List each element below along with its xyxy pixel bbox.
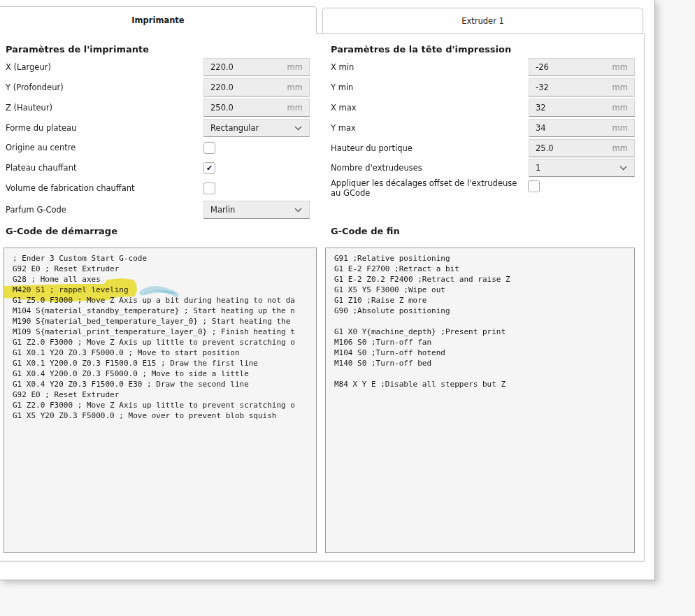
row-z-height: Z (Hauteur) 250.0 mm <box>6 99 310 117</box>
row-x-min: X min -26 mm <box>331 58 635 76</box>
x-max-label: X max <box>331 103 529 113</box>
row-x-max: X max 32 mm <box>331 99 635 117</box>
y-max-unit: mm <box>612 123 634 133</box>
row-y-max: Y max 34 mm <box>331 119 635 137</box>
y-min-unit: mm <box>612 83 634 92</box>
bed-shape-value: Rectangular <box>204 123 294 133</box>
gcode-flavor-value: Marlin <box>204 205 294 215</box>
tab-pane-right-border <box>644 33 645 561</box>
apply-offsets-label: Appliquer les décalages offset de l'extr… <box>331 177 528 198</box>
x-width-value: 220.0 <box>204 62 287 72</box>
bed-shape-select[interactable]: Rectangular <box>203 119 310 137</box>
gantry-height-label: Hauteur du portique <box>331 144 529 153</box>
x-min-label: X min <box>331 63 529 72</box>
heated-volume-label: Volume de fabrication chauffant <box>6 184 203 193</box>
gcode-flavor-label: Parfum G-Code <box>6 206 203 215</box>
row-x-width: X (Largeur) 220.0 mm <box>6 58 310 76</box>
tab-pane-bottom-border <box>0 561 644 561</box>
chevron-down-icon <box>619 166 634 171</box>
tab-imprimante[interactable]: Imprimante <box>0 6 317 34</box>
gantry-height-unit: mm <box>612 143 634 153</box>
y-depth-label: Y (Profondeur) <box>6 83 203 92</box>
z-height-value: 250.0 <box>204 103 287 113</box>
y-max-value: 34 <box>529 123 612 133</box>
start-gcode-text: ; Ender 3 Custom Start G-code G92 E0 ; R… <box>4 248 316 421</box>
y-min-value: -32 <box>529 83 612 92</box>
x-width-input[interactable]: 220.0 mm <box>203 58 310 76</box>
end-gcode-textarea[interactable]: G91 ;Relative positioning G1 E-2 F2700 ;… <box>325 248 635 553</box>
row-y-depth: Y (Profondeur) 220.0 mm <box>6 78 310 96</box>
extruder-count-select[interactable]: 1 <box>529 159 635 177</box>
tab-pane-top-border <box>316 33 644 34</box>
extruder-count-label: Nombre d'extrudeuses <box>331 164 529 173</box>
row-gcode-flavor: Parfum G-Code Marlin <box>6 201 310 219</box>
heated-bed-label: Plateau chauffant <box>6 164 203 173</box>
x-width-unit: mm <box>287 62 309 72</box>
tab-imprimante-label: Imprimante <box>131 15 184 25</box>
heated-volume-checkbox[interactable] <box>203 182 215 194</box>
y-depth-unit: mm <box>287 83 309 92</box>
row-gantry-height: Hauteur du portique 25.0 mm <box>331 139 635 157</box>
row-apply-offsets: Appliquer les décalages offset de l'extr… <box>331 177 635 202</box>
row-heated-volume: Volume de fabrication chauffant <box>6 179 310 197</box>
x-max-input[interactable]: 32 mm <box>529 99 635 117</box>
gantry-height-value: 25.0 <box>529 143 612 153</box>
machine-settings-dialog: Imprimante Extruder 1 Paramètres de l'im… <box>0 0 655 580</box>
y-min-input[interactable]: -32 mm <box>529 78 635 96</box>
row-extruder-count: Nombre d'extrudeuses 1 <box>331 159 635 177</box>
apply-offsets-checkbox[interactable] <box>528 180 540 192</box>
start-gcode-textarea[interactable]: ; Ender 3 Custom Start G-code G92 E0 ; R… <box>3 248 317 553</box>
chevron-down-icon <box>294 126 309 131</box>
y-depth-value: 220.0 <box>204 83 287 92</box>
origin-center-label: Origine au centre <box>6 143 203 152</box>
x-min-input[interactable]: -26 mm <box>529 58 635 76</box>
tab-extruder-1[interactable]: Extruder 1 <box>322 8 643 33</box>
x-min-unit: mm <box>612 62 634 72</box>
origin-center-checkbox[interactable] <box>203 142 215 154</box>
tab-extruder-1-label: Extruder 1 <box>461 16 504 26</box>
gcode-flavor-select[interactable]: Marlin <box>203 201 310 219</box>
bed-shape-label: Forme du plateau <box>6 124 203 133</box>
printer-settings-title: Paramètres de l'imprimante <box>6 44 149 55</box>
x-width-label: X (Largeur) <box>6 63 203 72</box>
heated-bed-checkbox[interactable] <box>203 162 215 174</box>
end-gcode-title: G-Code de fin <box>331 226 400 236</box>
z-height-label: Z (Hauteur) <box>6 103 203 113</box>
y-depth-input[interactable]: 220.0 mm <box>203 78 310 96</box>
y-min-label: Y min <box>331 83 529 92</box>
printhead-settings-title: Paramètres de la tête d'impression <box>331 44 511 55</box>
z-height-input[interactable]: 250.0 mm <box>203 99 310 117</box>
row-origin-center: Origine au centre <box>6 138 310 157</box>
row-heated-bed: Plateau chauffant <box>6 159 310 177</box>
x-min-value: -26 <box>529 62 612 72</box>
row-bed-shape: Forme du plateau Rectangular <box>6 119 310 137</box>
z-height-unit: mm <box>287 103 309 113</box>
gantry-height-input[interactable]: 25.0 mm <box>529 139 635 157</box>
extruder-count-value: 1 <box>529 163 619 173</box>
row-y-min: Y min -32 mm <box>331 78 635 96</box>
start-gcode-title: G-Code de démarrage <box>6 226 117 236</box>
chevron-down-icon <box>294 208 309 213</box>
y-max-label: Y max <box>331 124 529 133</box>
end-gcode-text: G91 ;Relative positioning G1 E-2 F2700 ;… <box>326 248 634 389</box>
x-max-value: 32 <box>529 103 612 113</box>
y-max-input[interactable]: 34 mm <box>529 119 635 137</box>
x-max-unit: mm <box>612 103 634 113</box>
